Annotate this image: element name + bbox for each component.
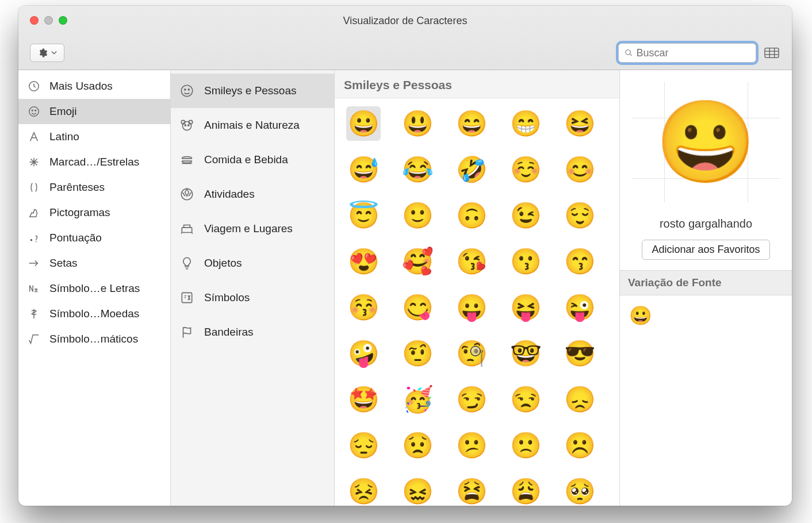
emoji-cell[interactable]: 😉 <box>508 198 543 233</box>
emoji-cell[interactable]: 😫 <box>454 474 489 506</box>
character-grid-pane: Smileys e Pessoas 😀😃😄😁😆😅😂🤣☺️😊😇🙂🙃😉😌😍🥰😘😗😙😚… <box>335 70 619 506</box>
font-variation-list[interactable]: 😀 <box>620 295 792 336</box>
sidebar-item-arrow[interactable]: Setas <box>18 251 170 276</box>
subcategory-item-bulb[interactable]: Objetos <box>171 246 334 280</box>
gear-icon <box>37 48 48 58</box>
toggle-compact-button[interactable] <box>763 46 780 60</box>
letterA-icon <box>26 129 41 144</box>
root-icon <box>26 332 41 347</box>
preview-character: 😀 <box>656 102 756 182</box>
subcategory-item-travel[interactable]: Viagem e Lugares <box>171 211 334 246</box>
bear-icon <box>179 117 195 133</box>
search-input[interactable] <box>637 47 750 59</box>
emoji-cell[interactable]: 😏 <box>454 382 489 417</box>
sidebar-item-letterA[interactable]: Latino <box>18 124 170 149</box>
smiley-icon <box>26 104 41 119</box>
svg-point-8 <box>35 110 36 111</box>
emoji-cell[interactable]: 😊 <box>562 152 597 187</box>
emoji-cell[interactable]: 😣 <box>346 474 381 506</box>
subcategory-sidebar[interactable]: Smileys e PessoasAnimais e NaturezaComid… <box>171 70 335 506</box>
emoji-cell[interactable]: 🥳 <box>400 382 435 417</box>
sidebar-item-dollar[interactable]: Símbolo…Moedas <box>18 301 170 326</box>
burger-icon <box>179 152 195 168</box>
minimize-button[interactable] <box>44 16 53 25</box>
sidebar-item-label: Emoji <box>49 105 77 118</box>
subcategory-item-label: Animais e Natureza <box>204 119 300 132</box>
emoji-cell[interactable]: 🤣 <box>454 152 489 187</box>
emoji-cell[interactable]: 😜 <box>562 290 597 325</box>
sidebar-item-punct[interactable]: Pontuação <box>18 225 170 251</box>
emoji-cell[interactable]: 😟 <box>400 428 435 463</box>
sidebar-item-asterisk[interactable]: Marcad…/Estrelas <box>18 149 170 175</box>
sidebar-item-numero[interactable]: Símbolo…e Letras <box>18 276 170 301</box>
emoji-cell[interactable]: 😔 <box>346 428 381 463</box>
font-variation-header: Variação de Fonte <box>620 270 792 295</box>
subcategory-item-flag[interactable]: Bandeiras <box>171 315 334 349</box>
sidebar-item-smiley[interactable]: Emoji <box>18 99 170 124</box>
emoji-cell[interactable]: 🥺 <box>562 474 597 506</box>
emoji-cell[interactable]: 😙 <box>562 244 597 279</box>
emoji-cell[interactable]: 😕 <box>454 428 489 463</box>
emoji-cell[interactable]: 😗 <box>508 244 543 279</box>
sidebar-item-hand[interactable]: Pictogramas <box>18 200 170 225</box>
emoji-cell[interactable]: 😛 <box>454 290 489 325</box>
emoji-cell[interactable]: 😘 <box>454 244 489 279</box>
emoji-cell[interactable]: 😃 <box>400 106 435 141</box>
emoji-cell[interactable]: 😝 <box>508 290 543 325</box>
emoji-cell[interactable]: 😇 <box>346 198 381 233</box>
body: Mais UsadosEmojiLatinoMarcad…/EstrelasPa… <box>18 70 792 506</box>
sidebar-item-root[interactable]: Símbolo…máticos <box>18 326 170 352</box>
emoji-cell[interactable]: 😆 <box>562 106 597 141</box>
emoji-cell[interactable]: ☺️ <box>508 152 543 187</box>
svg-point-14 <box>182 122 191 130</box>
toolbar <box>30 43 780 63</box>
emoji-cell[interactable]: 😌 <box>562 198 597 233</box>
emoji-cell[interactable]: ☹️ <box>562 428 597 463</box>
emoji-cell[interactable]: 🤨 <box>400 336 435 371</box>
emoji-cell[interactable]: 😁 <box>508 106 543 141</box>
emoji-cell[interactable]: 😒 <box>508 382 543 417</box>
emoji-cell[interactable]: 😎 <box>562 336 597 371</box>
emoji-cell[interactable]: 😖 <box>400 474 435 506</box>
emoji-cell[interactable]: 🧐 <box>454 336 489 371</box>
emoji-cell[interactable]: 🙃 <box>454 198 489 233</box>
emoji-cell[interactable]: 🥰 <box>400 244 435 279</box>
emoji-cell[interactable]: 🤓 <box>508 336 543 371</box>
emoji-cell[interactable]: 😍 <box>346 244 381 279</box>
subcategory-item-ball[interactable]: Atividades <box>171 177 334 211</box>
bulb-icon <box>179 255 195 271</box>
emoji-cell[interactable]: 🤩 <box>346 382 381 417</box>
emoji-cell[interactable]: 😂 <box>400 152 435 187</box>
subcategory-item-smiley[interactable]: Smileys e Pessoas <box>171 74 334 108</box>
sidebar-item-parens[interactable]: Parênteses <box>18 175 170 200</box>
settings-menu-button[interactable] <box>30 44 64 62</box>
emoji-cell[interactable]: 🙂 <box>400 198 435 233</box>
zoom-button[interactable] <box>59 16 67 25</box>
emoji-cell[interactable]: 😞 <box>562 382 597 417</box>
subcategory-item-symbols[interactable]: Símbolos <box>171 280 334 315</box>
subcategory-item-burger[interactable]: Comida e Bebida <box>171 143 334 177</box>
add-to-favorites-button[interactable]: Adicionar aos Favoritos <box>642 240 769 260</box>
titlebar: Visualizador de Caracteres <box>18 6 792 70</box>
svg-point-18 <box>188 125 189 126</box>
emoji-grid[interactable]: 😀😃😄😁😆😅😂🤣☺️😊😇🙂🙃😉😌😍🥰😘😗😙😚😋😛😝😜🤪🤨🧐🤓😎🤩🥳😏😒😞😔😟😕🙁… <box>335 98 619 506</box>
sidebar-item-clock[interactable]: Mais Usados <box>18 74 170 99</box>
emoji-cell[interactable]: 😀 <box>346 106 381 141</box>
font-variation-item[interactable]: 😀 <box>629 305 652 326</box>
emoji-cell[interactable]: 😚 <box>346 290 381 325</box>
subcategory-item-bear[interactable]: Animais e Natureza <box>171 108 334 143</box>
category-sidebar[interactable]: Mais UsadosEmojiLatinoMarcad…/EstrelasPa… <box>18 70 171 506</box>
svg-point-19 <box>181 189 193 200</box>
subcategory-item-label: Símbolos <box>204 291 250 304</box>
symbols-icon <box>179 290 195 306</box>
svg-point-10 <box>36 241 37 243</box>
emoji-cell[interactable]: 😅 <box>346 152 381 187</box>
emoji-cell[interactable]: 😩 <box>508 474 543 506</box>
svg-rect-0 <box>765 48 779 58</box>
emoji-cell[interactable]: 🙁 <box>508 428 543 463</box>
emoji-cell[interactable]: 😋 <box>400 290 435 325</box>
emoji-cell[interactable]: 🤪 <box>346 336 381 371</box>
emoji-cell[interactable]: 😄 <box>454 106 489 141</box>
close-button[interactable] <box>30 16 39 25</box>
search-field[interactable] <box>618 43 756 63</box>
